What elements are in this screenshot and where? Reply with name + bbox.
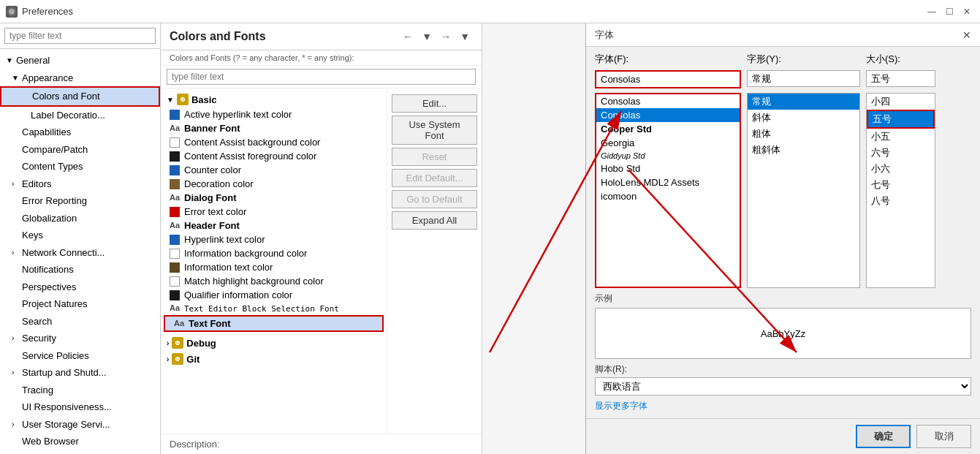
tree-item-security[interactable]: › Security [0, 330, 160, 347]
font-label: 字体(F): [595, 53, 628, 64]
tree-item-search[interactable]: Search [0, 313, 160, 330]
color-swatch [170, 276, 180, 287]
group-label: Basic [191, 94, 217, 105]
font-list-item[interactable]: Giddyup Std [596, 150, 740, 162]
list-item[interactable]: Aa Dialog Font [161, 191, 387, 205]
list-item[interactable]: Content Assist foreground color [161, 149, 387, 163]
basic-group-header[interactable]: ▼ ⊕ Basic [161, 91, 387, 107]
font-list-item[interactable]: Georgia [596, 136, 740, 150]
tree-item-label-decoration[interactable]: Label Decoratio... [0, 107, 160, 124]
tree-item-appearance[interactable]: ▼ Appearance [0, 69, 160, 87]
list-item-text-font[interactable]: Aa Text Font [164, 315, 384, 332]
list-item[interactable]: Information text color [161, 260, 387, 274]
size-list[interactable]: 小四 五号 小五 六号 小六 七号 八号 [866, 93, 935, 288]
tree-item-content-types[interactable]: Content Types [0, 158, 160, 175]
list-item[interactable]: Match highlight background color [161, 274, 387, 288]
group-folder-icon: ⊕ [172, 353, 183, 365]
tree-item-editors[interactable]: › Editors [0, 175, 160, 193]
show-more-section: 显示更多字体 [595, 400, 971, 412]
font-list-item[interactable]: HoloLens MDL2 Assets [596, 175, 740, 189]
tree-item-tracing[interactable]: Tracing [0, 382, 160, 399]
font-list-item[interactable]: Cooper Std [596, 122, 740, 136]
reset-button[interactable]: Reset [392, 148, 477, 166]
tree-item-network[interactable]: › Network Connecti... [0, 244, 160, 262]
font-style-input[interactable] [747, 70, 860, 87]
cancel-button[interactable]: 取消 [916, 425, 971, 448]
style-list-item[interactable]: 粗体 [748, 126, 859, 142]
size-list-item[interactable]: 小六 [867, 161, 935, 177]
maximize-button[interactable]: ☐ [942, 4, 957, 19]
tree-item-workspace[interactable]: Workspace [0, 450, 160, 455]
expand-all-button[interactable]: Expand All [392, 211, 477, 230]
size-list-item-selected[interactable]: 五号 [867, 110, 935, 129]
use-system-font-button[interactable]: Use System Font [392, 116, 477, 145]
middle-panel: Colors and Fonts ← ▼ → ▼ Colors and Font… [161, 23, 482, 454]
tree-item-ui-responsiveness[interactable]: UI Responsiveness... [0, 398, 160, 416]
back-button[interactable]: ← [400, 29, 416, 44]
edit-button[interactable]: Edit... [392, 94, 477, 113]
tree-item-user-storage[interactable]: › User Storage Servi... [0, 416, 160, 434]
expand-icon: › [12, 333, 19, 344]
nav-dropdown-button[interactable]: ▼ [419, 29, 435, 44]
tree-item-capabilities[interactable]: Capabilities [0, 124, 160, 141]
edit-default-button[interactable]: Edit Default... [392, 169, 477, 187]
debug-group-header[interactable]: › ⊕ Debug [161, 335, 387, 351]
style-list[interactable]: 常规 斜体 粗体 粗斜体 [747, 93, 860, 288]
svg-point-1 [9, 9, 15, 15]
list-item[interactable]: Hyperlink text color [161, 232, 387, 246]
font-list-item[interactable]: Consolas [596, 94, 740, 108]
confirm-button[interactable]: 确定 [856, 425, 911, 448]
tree-item-compare-patch[interactable]: Compare/Patch [0, 141, 160, 159]
font-size-input[interactable] [866, 70, 935, 87]
tree-item-general[interactable]: ▼ General [0, 52, 160, 69]
style-list-item[interactable]: 粗斜体 [748, 142, 859, 158]
filter-input[interactable] [167, 69, 476, 85]
go-to-default-button[interactable]: Go to Default [392, 190, 477, 208]
forward-button[interactable]: → [438, 29, 454, 44]
tree-item-keys[interactable]: Keys [0, 227, 160, 244]
list-item[interactable]: Decoration color [161, 177, 387, 191]
list-item[interactable]: Aa Banner Font [161, 121, 387, 135]
list-item[interactable]: Active hyperlink text color [161, 107, 387, 121]
font-list[interactable]: Consolas Consolas Cooper Std Georgia Gid… [595, 93, 741, 288]
close-button[interactable]: ✕ [960, 4, 974, 19]
font-name-input[interactable] [595, 70, 741, 88]
tree-item-project-natures[interactable]: Project Natures [0, 295, 160, 313]
tree-item-startup[interactable]: › Startup and Shutd... [0, 364, 160, 382]
tree-item-web-browser[interactable]: Web Browser [0, 433, 160, 450]
style-list-item-selected[interactable]: 常规 [748, 94, 859, 110]
size-list-item[interactable]: 小四 [867, 94, 935, 110]
tree-item-globalization[interactable]: Globalization [0, 210, 160, 227]
tree-item-colors-and-font[interactable]: Colors and Font [0, 86, 160, 107]
font-list-item[interactable]: icomoon [596, 189, 740, 203]
font-dialog-close-button[interactable]: ✕ [962, 29, 971, 41]
tree-item-label: Project Natures [22, 297, 154, 311]
tree-item-perspectives[interactable]: Perspectives [0, 279, 160, 296]
font-list-item[interactable]: Hobo Std [596, 162, 740, 175]
list-item[interactable]: Information background color [161, 246, 387, 260]
size-list-item[interactable]: 八号 [867, 193, 935, 209]
size-list-item[interactable]: 小五 [867, 129, 935, 145]
list-item[interactable]: Qualifier information color [161, 288, 387, 302]
git-group-header[interactable]: › ⊕ Git [161, 351, 387, 367]
list-item[interactable]: Aa Header Font [161, 219, 387, 232]
list-item[interactable]: Counter color [161, 163, 387, 177]
tree-item-error-reporting[interactable]: Error Reporting [0, 192, 160, 210]
show-more-link[interactable]: 显示更多字体 [595, 401, 647, 411]
item-label: Error text color [184, 206, 246, 217]
font-list-item-selected[interactable]: Consolas [596, 108, 740, 122]
size-list-item[interactable]: 六号 [867, 145, 935, 161]
list-item[interactable]: Aa Text Editor Block Selection Font [161, 302, 387, 315]
search-input[interactable] [4, 28, 156, 44]
font-dialog-title-bar: 字体 ✕ [586, 23, 980, 47]
script-select[interactable]: 西欧语言 [595, 377, 971, 396]
list-item[interactable]: Content Assist background color [161, 135, 387, 149]
style-list-item[interactable]: 斜体 [748, 110, 859, 126]
tree-item-notifications[interactable]: Notifications [0, 261, 160, 279]
tree-item-service-policies[interactable]: Service Policies [0, 347, 160, 365]
size-list-item[interactable]: 七号 [867, 177, 935, 193]
minimize-button[interactable]: — [924, 4, 939, 19]
color-swatch [170, 179, 180, 189]
list-item[interactable]: Error text color [161, 205, 387, 219]
nav-dropdown2-button[interactable]: ▼ [457, 29, 473, 44]
